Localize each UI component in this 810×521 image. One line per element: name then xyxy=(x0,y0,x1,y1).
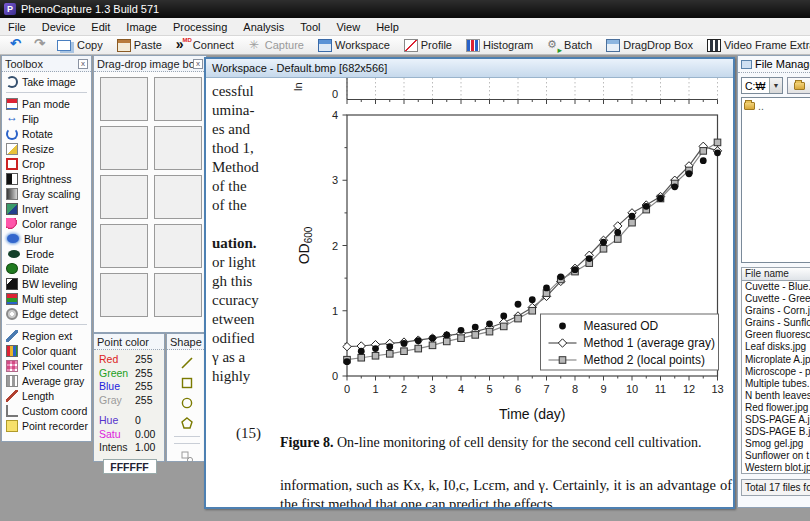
drive-dropdown-arrow-icon[interactable]: ▼ xyxy=(769,78,782,93)
copy-icon xyxy=(57,40,71,51)
shape-tool-group[interactable] xyxy=(167,447,206,467)
menu-processing[interactable]: Processing xyxy=(165,19,235,35)
toolbox-item-rotate[interactable]: Rotate xyxy=(2,126,91,141)
video-frame-extraction-button[interactable]: Video Frame Extraction xyxy=(702,38,810,53)
shape-tool-circle[interactable] xyxy=(167,393,206,413)
svg-text:ln: ln xyxy=(292,82,304,91)
file-list-item[interactable]: Microplate A.jp xyxy=(742,354,810,366)
menu-device[interactable]: Device xyxy=(34,19,84,35)
toolbox-item-multi-step[interactable]: Multi step xyxy=(2,291,91,306)
shape-tool-pentagon[interactable] xyxy=(167,413,206,433)
shape-panel: Shape xyxy=(166,333,207,462)
file-list-item[interactable]: Red flower.jpg xyxy=(742,402,810,414)
svg-text:7: 7 xyxy=(543,383,549,395)
copy-button[interactable]: Copy xyxy=(52,38,108,52)
point-color-row-red: Red255 xyxy=(99,353,160,367)
dragdrop-slot[interactable] xyxy=(100,273,148,317)
toolbox-item-region-ext[interactable]: Region ext xyxy=(2,328,91,343)
toolbox-item-color-quant[interactable]: Color quant xyxy=(2,343,91,358)
file-list-item[interactable]: Multiple tubes. xyxy=(742,378,810,390)
toolbox-item-gray-scaling[interactable]: Gray scaling xyxy=(2,186,91,201)
dragdrop-close-icon[interactable]: x xyxy=(193,59,203,69)
workspace-icon xyxy=(318,39,332,52)
histogram-button[interactable]: Histogram xyxy=(461,38,538,53)
dragdrop-slot[interactable] xyxy=(100,77,148,121)
paste-icon xyxy=(117,39,131,52)
file-list-item[interactable]: SDS-PAGE B.jp xyxy=(742,426,810,438)
file-name-column-header[interactable]: File name xyxy=(741,267,810,281)
capture-button: Capture xyxy=(243,38,309,53)
toolbox-item-custom-coord[interactable]: Custom coord xyxy=(2,403,91,418)
profile-button[interactable]: Profile xyxy=(399,38,457,53)
svg-text:Method 1 (average gray): Method 1 (average gray) xyxy=(584,336,715,350)
toolbox-item-color-range[interactable]: Color range xyxy=(2,216,91,231)
dragdrop-slot[interactable] xyxy=(100,224,148,268)
file-list-item[interactable]: Green fluoresc xyxy=(742,329,810,341)
toolbox-item-bw-leveling[interactable]: BW leveling xyxy=(2,276,91,291)
coord-icon xyxy=(6,405,18,417)
file-list-item[interactable]: Grains - Sunflo xyxy=(742,317,810,329)
menu-view[interactable]: View xyxy=(328,19,368,35)
menu-image[interactable]: Image xyxy=(118,19,165,35)
region-icon xyxy=(6,330,18,342)
shape-tool-line[interactable] xyxy=(167,353,206,373)
dragdrop-slot[interactable] xyxy=(100,126,148,170)
file-list-item[interactable]: SDS-PAGE A.jp xyxy=(742,414,810,426)
file-list-item[interactable]: Leaf disks.jpg xyxy=(742,341,810,353)
toolbox-item-point-recorder[interactable]: Point recorder xyxy=(2,418,91,433)
toolbox-item-dilate[interactable]: Dilate xyxy=(2,261,91,276)
toolbox-item-average-gray[interactable]: Average gray xyxy=(2,373,91,388)
browse-folder-button[interactable] xyxy=(787,77,810,94)
menu-file[interactable]: File xyxy=(0,19,34,35)
workspace-canvas[interactable]: cessfulumina-es andthod 1,Methodof theof… xyxy=(206,78,733,507)
folder-icon xyxy=(744,102,755,110)
toolbox-item-blur[interactable]: Blur xyxy=(2,231,91,246)
dragdrop-slot[interactable] xyxy=(154,175,202,219)
menu-help[interactable]: Help xyxy=(368,19,407,35)
quant-icon xyxy=(6,345,18,357)
workspace-button[interactable]: Workspace xyxy=(313,38,395,53)
dragdrop-slot[interactable] xyxy=(100,175,148,219)
toolbox-item-crop[interactable]: Crop xyxy=(2,156,91,171)
folder-list[interactable]: .. xyxy=(741,97,810,263)
menu-edit[interactable]: Edit xyxy=(83,19,118,35)
file-list-item[interactable]: Cuvette - Green xyxy=(742,293,810,305)
file-list-item[interactable]: Grains - Corn.jp xyxy=(742,305,810,317)
toolbox-item-length[interactable]: Length xyxy=(2,388,91,403)
shape-tool-square[interactable] xyxy=(167,373,206,393)
dragdrop-slot[interactable] xyxy=(154,126,202,170)
toolbox-item-pixel-counter[interactable]: Pixel counter xyxy=(2,358,91,373)
file-list-item[interactable]: Western blot.jp xyxy=(742,462,810,474)
undo-button[interactable] xyxy=(4,38,28,53)
file-list-item[interactable]: Sunflower on t xyxy=(742,450,810,462)
paste-button[interactable]: Paste xyxy=(112,38,167,53)
toolbox-item-brightness[interactable]: Brightness xyxy=(2,171,91,186)
toolbox-close-icon[interactable]: x xyxy=(78,59,88,69)
menu-tool[interactable]: Tool xyxy=(292,19,328,35)
toolbox-item-resize[interactable]: Resize xyxy=(2,141,91,156)
menu-analysis[interactable]: Analysis xyxy=(235,19,292,35)
file-manager-title: File Manager: xyxy=(755,58,810,70)
dragdrop-slot[interactable] xyxy=(154,77,202,121)
toolbox-item-erode[interactable]: Erode xyxy=(2,246,91,261)
dragdrop-slot[interactable] xyxy=(154,224,202,268)
toolbox-item-pan-mode[interactable]: Pan mode xyxy=(2,96,91,111)
drive-select[interactable]: C:₩ ▼ xyxy=(741,77,783,94)
file-list-item[interactable]: Smog gel.jpg xyxy=(742,438,810,450)
toolbar: CopyPasteConnectCaptureWorkspaceProfileH… xyxy=(0,36,810,55)
connect-button[interactable]: Connect xyxy=(171,38,239,53)
file-list-item[interactable]: Microscope - p xyxy=(742,366,810,378)
file-list-item[interactable]: N benth leaves xyxy=(742,390,810,402)
capture-icon xyxy=(248,39,262,52)
workspace-titlebar[interactable]: Workspace - Default.bmp [682x566] xyxy=(206,59,733,78)
toolbox-item-invert[interactable]: Invert xyxy=(2,201,91,216)
dragdrop-box-button[interactable]: DragDrop Box xyxy=(601,38,698,53)
batch-button[interactable]: Batch xyxy=(542,38,597,53)
file-list-item[interactable]: Cuvette - Blue.j xyxy=(742,281,810,293)
dragdrop-slot[interactable] xyxy=(154,273,202,317)
toolbox-item-take-image[interactable]: Take image xyxy=(2,74,91,89)
toolbox-item-flip[interactable]: Flip xyxy=(2,111,91,126)
redo-icon xyxy=(33,39,47,52)
toolbox-item-edge-detect[interactable]: Edge detect xyxy=(2,306,91,321)
parent-folder-entry[interactable]: .. xyxy=(744,100,810,112)
